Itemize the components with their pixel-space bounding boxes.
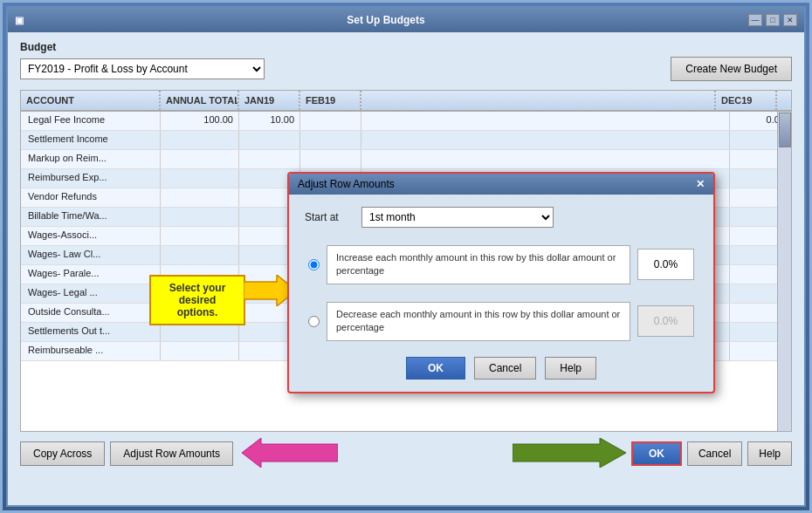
title-bar-controls: — □ ✕ — [748, 14, 797, 26]
main-content: Budget FY2019 - Profit & Loss by Account… — [8, 32, 804, 505]
modal-close-button[interactable]: ✕ — [696, 178, 705, 190]
modal-help-button[interactable]: Help — [545, 357, 596, 380]
title-bar: ▣ Set Up Budgets — □ ✕ — [8, 8, 804, 32]
decrease-label: Decrease each monthly amount in this row… — [327, 302, 630, 341]
inner-frame: ▣ Set Up Budgets — □ ✕ Budget FY2019 - P… — [6, 6, 806, 507]
decrease-value-display: 0.0% — [637, 305, 694, 337]
modal-title: Adjust Row Amounts — [298, 178, 395, 190]
adjust-row-amounts-dialog: Adjust Row Amounts ✕ Start at 1st month … — [287, 172, 715, 393]
close-button[interactable]: ✕ — [783, 14, 797, 26]
modal-body: Start at 1st month 2nd month 3rd month I… — [289, 195, 713, 392]
modal-title-bar: Adjust Row Amounts ✕ — [289, 174, 713, 195]
window-title: Set Up Budgets — [347, 14, 424, 26]
modal-ok-button[interactable]: OK — [406, 357, 465, 380]
increase-value-input[interactable] — [637, 249, 694, 280]
minimize-button[interactable]: — — [748, 14, 762, 26]
decrease-option-row: Decrease each monthly amount in this row… — [305, 298, 698, 345]
outer-frame: ▣ Set Up Budgets — □ ✕ Budget FY2019 - P… — [0, 0, 812, 513]
increase-label: Increase each monthly amount in this row… — [327, 245, 630, 284]
start-at-row: Start at 1st month 2nd month 3rd month — [305, 207, 698, 228]
modal-overlay: Adjust Row Amounts ✕ Start at 1st month … — [8, 32, 804, 505]
restore-button[interactable]: □ — [766, 14, 780, 26]
modal-cancel-button[interactable]: Cancel — [474, 357, 536, 380]
window-icon: ▣ — [15, 15, 24, 26]
start-at-select[interactable]: 1st month 2nd month 3rd month — [361, 207, 554, 228]
decrease-radio[interactable] — [308, 316, 320, 327]
start-at-label: Start at — [305, 211, 353, 223]
increase-option-row: Increase each monthly amount in this row… — [305, 242, 698, 288]
modal-buttons: OK Cancel Help — [305, 357, 698, 380]
increase-radio[interactable] — [308, 259, 320, 270]
